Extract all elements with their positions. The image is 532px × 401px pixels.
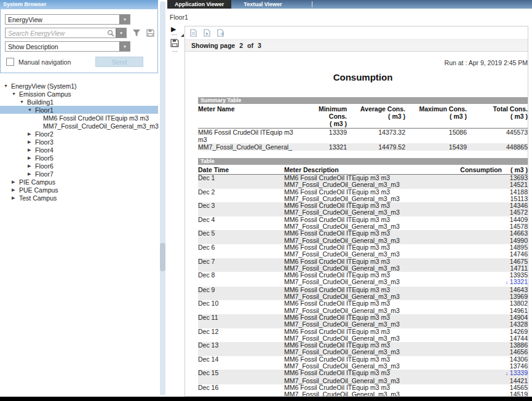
paging-label: Showing page bbox=[191, 42, 235, 49]
tree-item-mm6-fossil-crudeoil-itequip-m3-m3[interactable]: MM6 Fossil CrudeOil ITEquip m3 m3 bbox=[0, 114, 158, 122]
caret-right-icon[interactable]: ▶ bbox=[12, 180, 19, 185]
report-toolbar bbox=[185, 26, 528, 40]
date-group-dec-3: Dec 3MM6 Fossil CrudeOil ITEquip m3 m314… bbox=[198, 202, 528, 216]
tree-item-pue-campus[interactable]: ▶PUE Campus bbox=[0, 186, 158, 194]
date-group-dec-15: Dec 15MM6 Fossil CrudeOil ITEquip m3 m3↓… bbox=[198, 370, 528, 384]
save-icon[interactable] bbox=[146, 29, 154, 37]
date-cell: Dec 15 bbox=[198, 370, 284, 377]
tree-item-label: PUE Campus bbox=[19, 186, 58, 194]
date-group-dec-5: Dec 5MM6 Fossil CrudeOil ITEquip m3 m314… bbox=[198, 230, 528, 244]
caret-right-icon[interactable]: ▶ bbox=[28, 172, 35, 177]
caret-right-icon[interactable]: ▶ bbox=[28, 156, 35, 161]
table-row: MM7_Fossil_CrudeOil_General_m3_m314519 bbox=[198, 391, 528, 397]
caret-right-icon[interactable]: ▶ bbox=[12, 196, 19, 200]
date-cell: Dec 13 bbox=[198, 342, 284, 349]
detail-column-headers: Date Time Meter Description Consumption … bbox=[198, 166, 528, 175]
tree-item-pie-campus[interactable]: ▶PIE Campus bbox=[0, 178, 158, 186]
date-cell: Dec 3 bbox=[198, 202, 284, 209]
current-page: 2 bbox=[239, 42, 243, 49]
table-row: MM7_Fossil_CrudeOil_General_m3_m3↓ 13321 bbox=[198, 279, 528, 286]
date-cell bbox=[198, 251, 284, 258]
description-selector[interactable]: Show Description ▼ bbox=[5, 41, 130, 52]
document-export-icon[interactable] bbox=[217, 29, 225, 37]
document-play-icon[interactable] bbox=[204, 29, 210, 37]
tree-item-floor4[interactable]: ▶Floor4 bbox=[0, 146, 158, 154]
value-cell: 14521 bbox=[510, 181, 528, 188]
tree-item-energyview-system1[interactable]: ▼EnergyView (System1) bbox=[0, 82, 158, 90]
tree-item-emission-campus[interactable]: ▼Emission Campus bbox=[0, 90, 158, 98]
tree-item-test-campus[interactable]: ▶Test Campus bbox=[0, 194, 158, 202]
tree-item-label: Floor1 bbox=[35, 106, 54, 114]
tree-item-building1[interactable]: ▼Building1 bbox=[0, 98, 158, 106]
report-frame: Showing page 2 of 3 Run at : Apr 9, 2019… bbox=[185, 26, 528, 397]
tree-item-label: Floor7 bbox=[35, 170, 54, 178]
table-row: Dec 15MM6 Fossil CrudeOil ITEquip m3 m3↓… bbox=[198, 370, 528, 377]
caret-down-icon[interactable]: ▼ bbox=[28, 108, 35, 112]
column-header: Meter Description bbox=[284, 166, 460, 173]
tree-item-floor3[interactable]: ▶Floor3 bbox=[0, 138, 158, 146]
meter-description-cell: MM7_Fossil_CrudeOil_General_m3_m3 bbox=[284, 321, 510, 328]
manual-navigation-checkbox[interactable] bbox=[6, 58, 14, 66]
date-cell: Dec 6 bbox=[198, 244, 284, 251]
date-cell: Dec 5 bbox=[198, 230, 284, 237]
dropdown-corner-icon bbox=[181, 34, 184, 37]
column-header: Minimum Cons.( m3 ) bbox=[303, 105, 347, 127]
tree-item-floor6[interactable]: ▶Floor6 bbox=[0, 162, 158, 170]
system-browser-panel: System Browser EnergyView ▼ ▼ bbox=[0, 0, 158, 397]
tree-item-floor2[interactable]: ▶Floor2 bbox=[0, 130, 158, 138]
caret-right-icon[interactable]: ▶ bbox=[28, 148, 35, 153]
run-report-button[interactable]: ▶ ... bbox=[171, 26, 185, 38]
caret-down-icon[interactable]: ▼ bbox=[12, 92, 19, 96]
value-cell: 15439 bbox=[405, 143, 467, 151]
unit-label: ( m3 ) bbox=[303, 120, 347, 127]
table-row: MM7_Fossil_CrudeOil_General_m3_m314328 bbox=[198, 321, 528, 328]
caret-down-icon[interactable]: ▼ bbox=[20, 100, 27, 104]
tree-item-label: Test Campus bbox=[19, 194, 57, 202]
meter-description-cell: MM7_Fossil_CrudeOil_General_m3_m3 bbox=[284, 251, 510, 258]
caret-right-icon[interactable]: ▶ bbox=[28, 140, 35, 145]
date-cell: Dec 14 bbox=[198, 356, 284, 363]
tree-item-floor1[interactable]: ▼Floor1 bbox=[0, 106, 158, 114]
date-group-dec-1: Dec 1MM6 Fossil CrudeOil ITEquip m3 m313… bbox=[198, 175, 528, 189]
chevron-down-icon[interactable]: ▼ bbox=[116, 28, 126, 38]
run-at-timestamp: Run at : Apr 9, 2019 2:45 PM bbox=[198, 59, 528, 66]
meter-name-cell: MM7_Fossil_CrudeOil_General_ bbox=[198, 143, 303, 151]
table-section-title: Table bbox=[198, 158, 528, 165]
tree-item-floor5[interactable]: ▶Floor5 bbox=[0, 154, 158, 162]
caret-right-icon[interactable]: ▶ bbox=[28, 132, 35, 137]
tree-item-label: PIE Campus bbox=[19, 178, 55, 186]
date-cell bbox=[198, 181, 284, 188]
tab-textual-viewer[interactable]: Textual Viewer bbox=[236, 0, 289, 9]
search-input[interactable] bbox=[6, 29, 106, 38]
detail-table-body: Dec 1MM6 Fossil CrudeOil ITEquip m3 m313… bbox=[198, 175, 528, 397]
tree-scrollbar[interactable] bbox=[160, 1, 165, 395]
view-selector[interactable]: EnergyView ▼ bbox=[5, 14, 130, 25]
caret-down-icon[interactable]: ▼ bbox=[4, 84, 11, 88]
chevron-down-icon[interactable]: ▼ bbox=[119, 42, 130, 51]
tree-item-label: Floor6 bbox=[35, 162, 54, 170]
tree-item-mm7-fossil-crudeoil-general-m3-m3[interactable]: MM7_Fossil_CrudeOil_General_m3_m3 bbox=[0, 122, 158, 130]
search-box: ▼ bbox=[5, 28, 127, 38]
tree-item-label: Floor4 bbox=[35, 146, 54, 154]
date-cell: Dec 11 bbox=[198, 314, 284, 321]
caret-right-icon[interactable]: ▶ bbox=[28, 164, 35, 169]
date-cell: Dec 2 bbox=[198, 189, 284, 196]
tab-application-viewer[interactable]: Application Viewer bbox=[167, 0, 231, 9]
scrollbar-thumb[interactable] bbox=[160, 243, 165, 271]
meter-description-cell: MM7_Fossil_CrudeOil_General_m3_m3 bbox=[284, 181, 510, 188]
meter-description-cell: MM6 Fossil CrudeOil ITEquip m3 m3 bbox=[284, 370, 506, 377]
save-report-button[interactable]: ... bbox=[170, 39, 184, 52]
date-group-dec-9: Dec 9MM6 Fossil CrudeOil ITEquip m3 m314… bbox=[198, 287, 528, 301]
meter-description-cell: MM7_Fossil_CrudeOil_General_m3_m3 bbox=[284, 391, 510, 397]
run-dots: ... bbox=[172, 30, 177, 36]
chevron-down-icon[interactable]: ▼ bbox=[119, 15, 130, 24]
send-button[interactable]: Send bbox=[95, 57, 143, 67]
search-icon[interactable] bbox=[106, 30, 116, 37]
bottom-bar bbox=[0, 397, 532, 401]
value-cell: 445573 bbox=[467, 129, 528, 143]
document-icon[interactable] bbox=[190, 29, 197, 37]
caret-right-icon[interactable]: ▶ bbox=[12, 188, 19, 193]
filter-icon[interactable] bbox=[132, 29, 141, 37]
tree-item-floor7[interactable]: ▶Floor7 bbox=[0, 170, 158, 178]
date-cell: Dec 16 bbox=[198, 384, 284, 391]
